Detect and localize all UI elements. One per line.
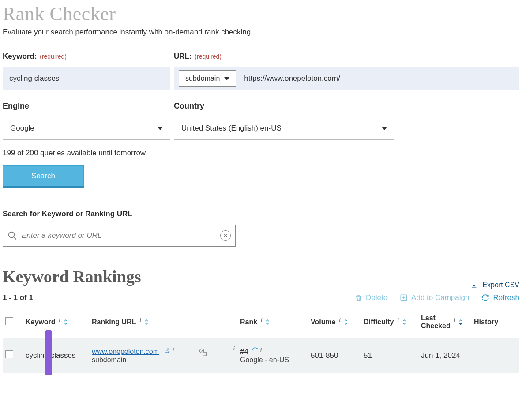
- url-label-text: URL:: [174, 52, 192, 60]
- sort-icon[interactable]: [63, 319, 68, 326]
- rankings-title: Keyword Rankings: [3, 267, 141, 286]
- refresh-label: Refresh: [493, 293, 519, 302]
- col-last-checked: Last Checked: [421, 314, 451, 330]
- engine-value: Google: [10, 124, 34, 133]
- delete-label: Delete: [366, 293, 387, 302]
- add-icon: [400, 294, 408, 302]
- country-select[interactable]: United States (English) en-US: [174, 117, 394, 140]
- svg-rect-8: [203, 352, 206, 356]
- info-icon[interactable]: i: [261, 317, 262, 323]
- col-history: History: [474, 318, 498, 326]
- keyword-input[interactable]: [3, 67, 170, 90]
- info-icon[interactable]: i: [454, 317, 455, 323]
- url-input[interactable]: [241, 68, 519, 90]
- engine-label: Engine: [3, 101, 170, 111]
- cell-last-checked: Jun 1, 2024: [421, 351, 460, 360]
- search-icon: [8, 231, 17, 240]
- export-csv-link[interactable]: Export CSV: [470, 281, 519, 289]
- add-to-campaign-action[interactable]: Add to Campaign: [400, 293, 469, 302]
- page-title: Rank Checker: [3, 3, 519, 25]
- download-icon: [470, 281, 478, 289]
- keyword-label-text: Keyword:: [3, 52, 37, 60]
- required-text: (required): [40, 53, 67, 60]
- filter-label: Search for Keyword or Ranking URL: [3, 210, 519, 218]
- cell-url-sub: subdomain: [92, 356, 174, 364]
- filter-search-box[interactable]: [3, 225, 236, 247]
- sort-icon[interactable]: [343, 319, 349, 326]
- required-text-url: (required): [195, 53, 222, 60]
- table-row: cycling classes www.onepeloton.com i sub…: [3, 338, 519, 373]
- cell-rank: #4: [240, 347, 248, 356]
- divider: [3, 43, 519, 43]
- col-rank: Rank: [240, 318, 257, 326]
- chevron-down-icon: [158, 127, 163, 130]
- copy-icon[interactable]: [198, 347, 208, 359]
- external-link-icon[interactable]: [164, 348, 172, 355]
- select-all-checkbox[interactable]: [5, 317, 13, 325]
- chevron-down-icon: [382, 127, 387, 130]
- cell-keyword: cycling classes: [26, 351, 75, 360]
- close-icon: [223, 233, 228, 238]
- row-checkbox[interactable]: [5, 350, 13, 358]
- chevron-down-icon: [224, 77, 229, 80]
- refresh-rank-icon[interactable]: [252, 347, 259, 354]
- cell-difficulty: 51: [364, 351, 372, 360]
- url-scope-value: subdomain: [185, 75, 220, 82]
- ranking-url-link[interactable]: www.onepeloton.com: [92, 348, 159, 355]
- sort-icon[interactable]: [265, 319, 270, 326]
- export-csv-label: Export CSV: [482, 281, 519, 289]
- refresh-action[interactable]: Refresh: [481, 293, 519, 302]
- search-button[interactable]: Search: [3, 165, 84, 188]
- url-label: URL: (required): [174, 52, 519, 61]
- trash-icon: [355, 294, 362, 302]
- info-icon[interactable]: i: [173, 347, 174, 353]
- col-volume: Volume: [311, 318, 336, 326]
- col-ranking-url: Ranking URL: [92, 318, 136, 326]
- keyword-label: Keyword: (required): [3, 52, 170, 61]
- rankings-table: Keywordi Ranking URLi Ranki Volumei: [3, 306, 519, 373]
- cell-volume: 501-850: [311, 351, 338, 360]
- url-scope-select[interactable]: subdomain: [179, 70, 236, 87]
- filter-input[interactable]: [22, 231, 216, 240]
- clear-filter-button[interactable]: [220, 230, 231, 241]
- info-icon[interactable]: i: [139, 317, 141, 323]
- results-count: 1 - 1 of 1: [3, 293, 33, 302]
- info-icon[interactable]: i: [339, 317, 341, 323]
- info-icon[interactable]: i: [59, 317, 60, 323]
- info-icon[interactable]: i: [233, 345, 235, 352]
- engine-select[interactable]: Google: [3, 117, 170, 140]
- col-keyword: Keyword: [26, 318, 56, 326]
- info-icon[interactable]: i: [260, 347, 262, 353]
- quota-text: 199 of 200 queries available until tomor…: [3, 149, 519, 158]
- delete-action[interactable]: Delete: [355, 293, 387, 302]
- info-icon[interactable]: i: [397, 317, 398, 323]
- sort-icon[interactable]: [144, 319, 149, 326]
- country-label: Country: [174, 101, 394, 111]
- sort-icon[interactable]: [402, 319, 407, 326]
- refresh-icon: [481, 294, 489, 302]
- page-subtitle: Evaluate your search performance instant…: [3, 28, 519, 37]
- svg-line-1: [14, 237, 16, 240]
- add-campaign-label: Add to Campaign: [411, 293, 469, 302]
- cell-rank-sub: Google - en-US: [240, 356, 305, 364]
- svg-point-0: [9, 232, 15, 238]
- sort-icon[interactable]: [458, 319, 463, 326]
- country-value: United States (English) en-US: [181, 124, 282, 133]
- col-difficulty: Difficulty: [364, 318, 394, 326]
